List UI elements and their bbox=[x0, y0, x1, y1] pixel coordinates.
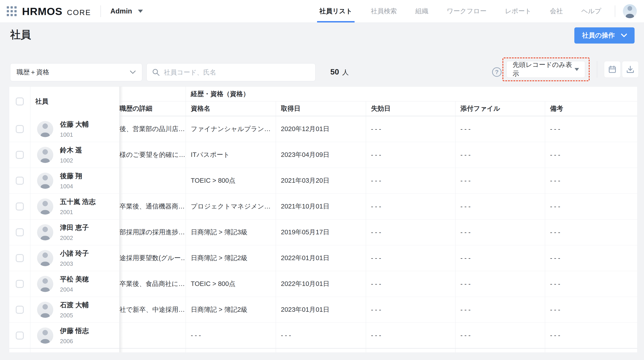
employee-cell[interactable]: 伊藤 悟志2006 bbox=[30, 323, 119, 349]
employee-cell[interactable]: 五十嵐 浩志2001 bbox=[30, 194, 119, 219]
employee-code: 2006 bbox=[60, 338, 89, 345]
expiry-date-cell: - - - bbox=[366, 219, 455, 245]
main-nav-tabs: 社員リスト 社員検索 組織 ワークフロー レポート 会社 ヘルプ bbox=[317, 0, 604, 22]
tab-label: 会社 bbox=[550, 7, 563, 16]
row-checkbox[interactable] bbox=[16, 306, 24, 314]
column-header-acquired[interactable]: 取得日 bbox=[276, 101, 366, 116]
employee-cell[interactable]: 小諸 玲子2003 bbox=[30, 245, 119, 271]
employee-code: 2004 bbox=[60, 286, 89, 293]
display-mode-value: 先頭レコードのみ表示 bbox=[512, 60, 574, 78]
note-cell: - - - bbox=[545, 116, 638, 142]
employee-cell[interactable]: 佐藤 大輔1001 bbox=[30, 116, 119, 142]
expiry-date-cell: - - - bbox=[366, 142, 455, 168]
acquired-date-cell: 2020年12月01日 bbox=[276, 116, 366, 142]
column-header-detail[interactable]: 職歴の詳細 bbox=[119, 101, 186, 116]
result-count-unit: 人 bbox=[342, 68, 349, 77]
display-mode-select[interactable]: 先頭レコードのみ表示 bbox=[506, 61, 585, 78]
note-cell: - - - bbox=[545, 194, 638, 219]
attachment-cell: - - - bbox=[455, 271, 545, 297]
partial-row bbox=[276, 349, 366, 352]
triangle-down-icon bbox=[574, 68, 579, 71]
page-title: 社員 bbox=[10, 28, 31, 42]
calendar-icon bbox=[608, 65, 616, 73]
tab-label: 組織 bbox=[415, 7, 428, 16]
note-cell: - - - bbox=[545, 219, 638, 245]
employee-table: 社員 経歴・資格（資格） 職歴の詳細 資格名 取得日 失効日 添付ファイル 備考… bbox=[9, 86, 638, 352]
employee-actions-button[interactable]: 社員の操作 bbox=[574, 27, 634, 43]
select-all-checkbox[interactable] bbox=[16, 97, 24, 106]
note-cell: - - - bbox=[545, 168, 638, 194]
row-checkbox[interactable] bbox=[16, 125, 24, 133]
employee-avatar bbox=[37, 250, 53, 266]
download-icon bbox=[626, 65, 634, 73]
employee-cell[interactable]: 鈴木 遥1002 bbox=[30, 142, 119, 168]
tab-organization[interactable]: 組織 bbox=[413, 0, 430, 22]
brand-logo[interactable]: HRMOS CORE bbox=[22, 5, 91, 17]
row-checkbox[interactable] bbox=[16, 151, 24, 159]
note-cell: - - - bbox=[545, 271, 638, 297]
history-date-button[interactable] bbox=[604, 61, 621, 78]
employee-avatar bbox=[37, 173, 53, 189]
expiry-date-cell: - - - bbox=[366, 245, 455, 271]
expiry-date-cell: - - - bbox=[366, 323, 455, 349]
row-checkbox[interactable] bbox=[16, 177, 24, 185]
header-divider bbox=[615, 5, 615, 17]
employee-search-box bbox=[146, 63, 316, 81]
employee-avatar bbox=[37, 276, 53, 292]
detail-cell: 卒業後、食品商社に… bbox=[119, 271, 186, 297]
qualification-cell: プロジェクトマネジメン… bbox=[186, 194, 276, 219]
search-input[interactable] bbox=[164, 69, 310, 76]
employee-cell[interactable]: 平松 美穂2004 bbox=[30, 271, 119, 297]
help-icon[interactable]: ? bbox=[492, 67, 502, 77]
acquired-date-cell: 2019年05月17日 bbox=[276, 219, 366, 245]
download-button[interactable] bbox=[622, 61, 638, 78]
row-checkbox[interactable] bbox=[16, 254, 24, 262]
top-navigation-bar: HRMOS CORE Admin 社員リスト 社員検索 組織 ワークフロー レポ… bbox=[0, 0, 644, 23]
employee-cell[interactable]: 後藤 翔1004 bbox=[30, 168, 119, 194]
tab-label: ヘルプ bbox=[581, 7, 601, 16]
app-grid-icon[interactable] bbox=[7, 6, 17, 16]
header-divider bbox=[100, 5, 101, 17]
tab-employee-list[interactable]: 社員リスト bbox=[317, 0, 354, 22]
brand-name: HRMOS bbox=[22, 5, 62, 17]
row-checkbox-cell bbox=[9, 142, 30, 168]
app-root: HRMOS CORE Admin 社員リスト 社員検索 組織 ワークフロー レポ… bbox=[0, 0, 644, 360]
row-checkbox[interactable] bbox=[16, 228, 24, 236]
employee-cell[interactable]: 石渡 大輔2005 bbox=[30, 297, 119, 323]
column-header-note[interactable]: 備考 bbox=[545, 101, 638, 116]
user-avatar[interactable] bbox=[623, 4, 637, 18]
detail-cell: 後、営業部の品川店… bbox=[119, 116, 186, 142]
row-checkbox[interactable] bbox=[16, 202, 24, 210]
detail-cell bbox=[119, 323, 186, 349]
detail-cell: 途採用要望数(グルー… bbox=[119, 245, 186, 271]
tab-label: 社員リスト bbox=[319, 7, 352, 16]
detail-cell: 様のご要望を的確に… bbox=[119, 142, 186, 168]
detail-cell: 社で新卒、中途採用… bbox=[119, 297, 186, 323]
attachment-cell: - - - bbox=[455, 116, 545, 142]
expiry-date-cell: - - - bbox=[366, 271, 455, 297]
note-cell: - - - bbox=[545, 245, 638, 271]
column-header-expiry[interactable]: 失効日 bbox=[366, 101, 455, 116]
tab-report[interactable]: レポート bbox=[503, 0, 534, 22]
tab-help[interactable]: ヘルプ bbox=[579, 0, 604, 22]
column-header-attachment[interactable]: 添付ファイル bbox=[455, 101, 545, 116]
partial-row bbox=[9, 349, 30, 352]
partial-row bbox=[455, 349, 545, 352]
tab-workflow[interactable]: ワークフロー bbox=[444, 0, 489, 22]
row-checkbox[interactable] bbox=[16, 332, 24, 340]
employee-cell[interactable]: 津田 恵子2002 bbox=[30, 219, 119, 245]
workspace-selector[interactable]: Admin bbox=[110, 7, 143, 15]
attachment-cell: - - - bbox=[455, 142, 545, 168]
row-checkbox-cell bbox=[9, 271, 30, 297]
employee-avatar bbox=[37, 328, 53, 344]
attachment-cell: - - - bbox=[455, 297, 545, 323]
view-filter-select[interactable]: 職歴＋資格 bbox=[10, 63, 142, 81]
view-filter-value: 職歴＋資格 bbox=[17, 68, 49, 77]
column-header-qualification[interactable]: 資格名 bbox=[186, 101, 276, 116]
employee-avatar bbox=[37, 121, 53, 137]
tab-employee-search[interactable]: 社員検索 bbox=[368, 0, 399, 22]
acquired-date-cell: 2022年10月01日 bbox=[276, 271, 366, 297]
column-header-employee[interactable]: 社員 bbox=[30, 87, 119, 116]
tab-company[interactable]: 会社 bbox=[548, 0, 565, 22]
row-checkbox[interactable] bbox=[16, 280, 24, 288]
